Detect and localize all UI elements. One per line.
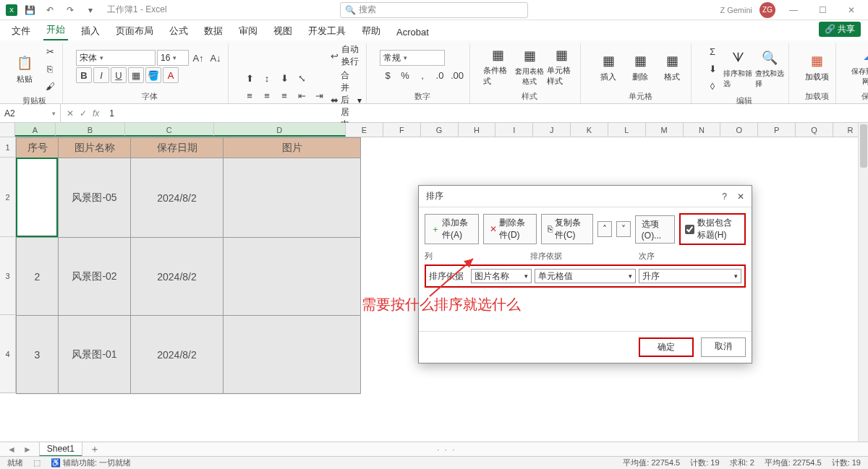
col-header[interactable]: J [533,123,571,137]
cell[interactable]: 1 [17,158,59,238]
indent-inc-icon[interactable]: ⇥ [311,88,327,104]
delete-cells-button[interactable]: ▦删除 [626,46,655,87]
cell[interactable]: 图片名称 [59,138,131,158]
cell[interactable]: 风景图-02 [59,238,131,316]
select-all-corner[interactable] [0,123,15,137]
search-box[interactable]: 🔍 搜索 [340,2,528,18]
col-header[interactable]: C [125,123,214,137]
tab-review[interactable]: 审阅 [236,22,260,40]
tab-layout[interactable]: 页面布局 [113,22,156,40]
delete-level-button[interactable]: ✕删除条件(D) [483,214,537,244]
cell[interactable] [224,316,361,394]
align-bottom-icon[interactable]: ⬇ [276,71,292,87]
autosum-icon[interactable]: Σ [705,43,720,59]
cell[interactable]: 保存日期 [131,138,224,158]
scroll-thumb[interactable] [860,124,867,168]
row-header[interactable]: 4 [0,315,16,393]
tab-view[interactable]: 视图 [271,22,295,40]
cell[interactable]: 图片 [224,138,361,158]
col-header[interactable]: P [758,123,796,137]
formula-input[interactable]: 1 [105,108,868,119]
tab-file[interactable]: 文件 [9,22,33,40]
cell[interactable] [224,238,361,316]
col-header[interactable]: I [495,123,533,137]
font-color-button[interactable]: A [163,67,179,83]
tab-dev[interactable]: 开发工具 [305,22,349,40]
increase-font-icon[interactable]: A↑ [190,50,206,66]
col-header[interactable]: A [15,123,56,137]
order-select[interactable]: 升序▾ [639,269,741,283]
sort-filter-button[interactable]: ᗐ排序和筛选 [723,48,752,89]
dialog-titlebar[interactable]: 排序 ? ✕ [419,186,752,207]
name-box[interactable]: A2▾ [0,104,61,122]
cell[interactable]: 2024/8/2 [131,158,224,238]
cell[interactable]: 2024/8/2 [131,238,224,316]
tab-insert[interactable]: 插入 [78,22,103,40]
share-button[interactable]: 🔗 共享 [819,22,861,37]
qat-more-icon[interactable]: ▾ [82,2,98,18]
align-top-icon[interactable]: ⬆ [242,71,258,87]
col-header[interactable]: K [571,123,608,137]
copy-level-button[interactable]: ⎘复制条件(C) [541,214,593,244]
addin-button[interactable]: ▦加载项 [802,46,831,87]
fill-color-button[interactable]: 🪣 [145,67,161,83]
merge-center-button[interactable]: ⬌合并后居中▾ [330,69,362,131]
sheet-tab[interactable]: Sheet1 [39,442,82,457]
number-format-select[interactable]: 常规▾ [380,50,445,66]
add-sheet-button[interactable]: ＋ [90,443,100,456]
font-size-select[interactable]: 16▾ [157,50,189,66]
cell[interactable]: 风景图-05 [59,158,131,238]
accept-fx-icon[interactable]: ✓ [80,108,87,119]
close-button[interactable]: ✕ [841,2,862,18]
cancel-button[interactable]: 取消 [701,337,746,357]
tab-data[interactable]: 数据 [201,22,226,40]
cancel-fx-icon[interactable]: ✕ [67,108,74,119]
orientation-icon[interactable]: ⤡ [294,71,310,87]
cell[interactable]: 序号 [17,138,59,158]
fill-icon[interactable]: ⬇ [705,61,720,77]
tab-formula[interactable]: 公式 [166,22,191,40]
bold-button[interactable]: B [76,67,92,83]
cell[interactable]: 2024/8/2 [131,316,224,394]
align-left-icon[interactable]: ≡ [242,88,258,104]
find-select-button[interactable]: 🔍查找和选择 [755,48,784,89]
col-header[interactable]: E [346,123,383,137]
avatar[interactable]: ZG [760,2,775,18]
sheet-prev-icon[interactable]: ◄ [7,444,16,455]
checkbox[interactable] [685,225,694,234]
comma-icon[interactable]: , [414,67,430,83]
tab-help[interactable]: 帮助 [359,22,383,40]
border-button[interactable]: ▦ [128,67,144,83]
format-cells-button[interactable]: ▦格式 [658,46,686,87]
insert-cells-button[interactable]: ▦插入 [594,46,623,87]
align-center-icon[interactable]: ≡ [259,88,275,104]
cell[interactable]: 3 [17,316,59,394]
undo-icon[interactable]: ↶ [42,2,58,18]
tab-acrobat[interactable]: Acrobat [393,24,432,40]
close-icon[interactable]: ✕ [737,192,744,202]
options-button[interactable]: 选项(O)... [635,215,675,244]
cell-style-button[interactable]: ▦单元格样式 [547,46,576,87]
cell[interactable]: 风景图-01 [59,316,131,394]
wrap-text-button[interactable]: ↩自动换行 [330,43,362,68]
col-header[interactable]: M [646,123,684,137]
col-header[interactable]: B [56,123,125,137]
cond-format-button[interactable]: ▦条件格式 [483,46,512,87]
col-header[interactable]: G [421,123,459,137]
col-header[interactable]: F [383,123,421,137]
italic-button[interactable]: I [93,67,109,83]
indent-dec-icon[interactable]: ⇤ [294,88,310,104]
format-painter-icon[interactable]: 🖌 [42,78,58,94]
align-middle-icon[interactable]: ↕ [259,71,275,87]
col-header[interactable]: Q [796,123,833,137]
row-header[interactable]: 1 [0,137,16,158]
move-down-button[interactable]: ˅ [616,221,631,237]
align-right-icon[interactable]: ≡ [276,88,292,104]
font-name-select[interactable]: 宋体▾ [76,50,156,66]
add-level-button[interactable]: ＋添加条件(A) [425,214,479,244]
fx-icon[interactable]: fx [93,108,99,119]
col-header[interactable]: N [684,123,721,137]
save-icon[interactable]: 💾 [22,2,38,18]
col-header[interactable]: D [214,123,346,137]
currency-icon[interactable]: $ [380,67,396,83]
